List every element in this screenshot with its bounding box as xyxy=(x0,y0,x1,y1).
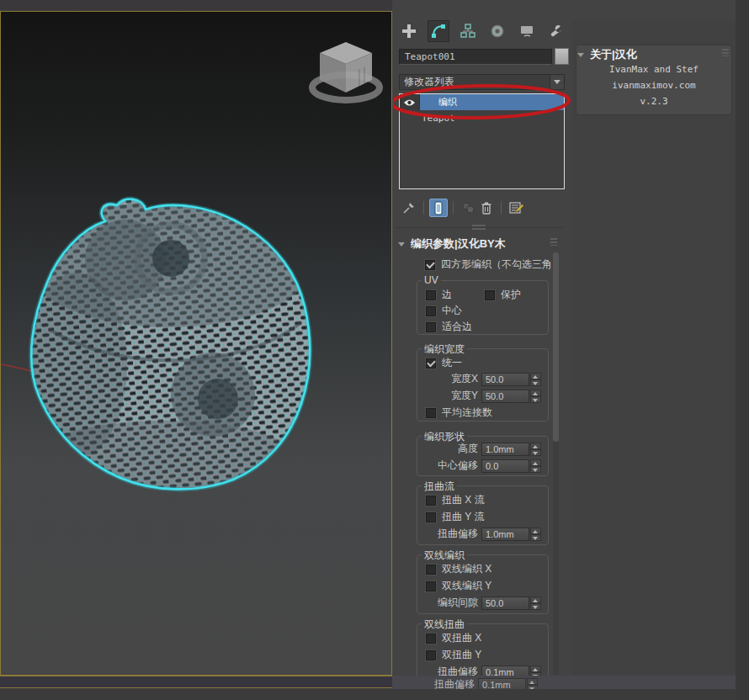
viewport-bottom-band xyxy=(0,676,392,688)
double-twist-y-checkbox-row[interactable]: 双扭曲 Y xyxy=(426,648,481,662)
double-weave-y-checkbox-row[interactable]: 双线编织 Y xyxy=(426,579,491,593)
spinner-value[interactable]: 50.0 xyxy=(481,597,529,610)
hierarchy-tab[interactable] xyxy=(457,20,479,42)
double-weave-x-checkbox-row[interactable]: 双线编织 X xyxy=(426,562,491,576)
spinner-value[interactable]: 50.0 xyxy=(481,373,529,386)
fit-edge-checkbox-row[interactable]: 适合边 xyxy=(426,320,472,334)
spinner-value[interactable]: 0.0 xyxy=(481,459,529,473)
pin-stack-button[interactable] xyxy=(400,199,418,217)
about-version: v.2.3 xyxy=(576,96,732,107)
checkbox-label: 双线编织 X xyxy=(442,562,491,576)
checkbox[interactable] xyxy=(426,408,436,418)
spinner-label: 宽度Y xyxy=(451,389,478,403)
rollout-collapse-icon xyxy=(398,242,405,247)
checkbox[interactable] xyxy=(426,322,436,332)
show-end-result-button[interactable] xyxy=(429,199,448,217)
width-x-spinner: 宽度X 50.0 xyxy=(451,372,541,386)
height-spinner: 高度 1.0mm xyxy=(458,442,541,456)
checkbox[interactable] xyxy=(426,650,436,660)
twist-flow-group: 扭曲流 扭曲 X 流 扭曲 Y 流 扭曲偏移 1.0mm xyxy=(417,485,549,545)
stack-row-teapot[interactable]: Teapot xyxy=(400,110,564,126)
panel-scrollbar[interactable] xyxy=(553,252,559,676)
checkbox[interactable] xyxy=(426,581,436,591)
about-rollout-header[interactable]: 关于|汉化 xyxy=(577,47,637,62)
spinner-arrows[interactable] xyxy=(530,443,541,456)
width-y-spinner: 宽度Y 50.0 xyxy=(451,389,541,403)
object-name-input[interactable]: Teapot001 xyxy=(399,49,552,65)
about-title: 关于|汉化 xyxy=(590,47,637,62)
protect-checkbox-row[interactable]: 保护 xyxy=(485,288,521,302)
spinner-value[interactable]: 1.0mm xyxy=(481,443,529,456)
spinner-label: 宽度X xyxy=(451,372,478,386)
create-tab[interactable] xyxy=(398,20,420,42)
about-panel-column: 关于|汉化 IvanMax and Stef ivanmaximov.com v… xyxy=(572,20,736,676)
modifier-list-dropdown[interactable]: 修改器列表 xyxy=(399,74,565,90)
spinner-arrows[interactable] xyxy=(530,390,541,403)
spinner-arrows[interactable] xyxy=(527,678,538,690)
rollout-title: 编织参数|汉化BY木 xyxy=(411,236,506,252)
modify-panel-column: Teapot001 修改器列表 编织 Teapot xyxy=(393,0,572,676)
spinner-arrows[interactable] xyxy=(530,373,541,386)
twist-x-checkbox-row[interactable]: 扭曲 X 流 xyxy=(426,493,485,507)
spinner-label: 扭曲偏移 xyxy=(434,677,475,689)
checkbox[interactable] xyxy=(485,290,495,300)
checkbox[interactable] xyxy=(425,260,435,270)
configure-modifier-sets-button[interactable] xyxy=(507,199,525,217)
twist-y-checkbox-row[interactable]: 扭曲 Y 流 xyxy=(426,510,484,524)
utilities-tab[interactable] xyxy=(545,20,567,42)
avg-connections-checkbox-row[interactable]: 平均连接数 xyxy=(426,406,492,420)
about-website: ivanmaximov.com xyxy=(576,80,732,91)
spinner-value[interactable]: 1.0mm xyxy=(481,528,529,541)
stack-row-weave[interactable]: 编织 xyxy=(400,94,564,110)
group-title: UV xyxy=(422,274,441,286)
spinner-arrows[interactable] xyxy=(530,459,541,473)
double-weave-group: 双线编织 双线编织 X 双线编织 Y 编织间隙 50.0 xyxy=(417,554,549,614)
motion-tab[interactable] xyxy=(486,20,508,42)
double-twist-offset-spinner: 扭曲偏移 0.1mm xyxy=(438,665,541,676)
show-end-result-icon xyxy=(433,201,444,215)
edge-checkbox-row[interactable]: 边 xyxy=(426,288,452,302)
spinner-arrows[interactable] xyxy=(530,666,541,676)
modifier-stack-list[interactable]: 编织 Teapot xyxy=(399,93,565,189)
checkbox[interactable] xyxy=(426,512,436,522)
checkbox[interactable] xyxy=(426,290,436,300)
checkbox-label: 边 xyxy=(442,288,452,302)
weave-params-rollout-header[interactable]: 编织参数|汉化BY木 xyxy=(398,236,506,252)
modify-tab[interactable] xyxy=(428,20,449,42)
quad-weave-checkbox-row[interactable]: 四方形编织（不勾选三角 xyxy=(425,257,552,272)
command-panel-tabs xyxy=(398,20,567,42)
checkbox[interactable] xyxy=(426,306,436,316)
utilities-icon xyxy=(549,24,564,39)
checkbox[interactable] xyxy=(426,358,436,369)
weave-width-group: 编织宽度 统一 宽度X 50.0 宽度Y 50.0 平均连接数 xyxy=(417,348,549,422)
viewcube[interactable] xyxy=(312,42,380,100)
viewport-3d[interactable] xyxy=(0,11,392,676)
display-tab[interactable] xyxy=(516,20,538,42)
checkbox-label: 扭曲 X 流 xyxy=(442,493,485,507)
spinner-arrows[interactable] xyxy=(530,597,541,610)
checkbox[interactable] xyxy=(426,496,436,506)
make-unique-button[interactable] xyxy=(459,199,477,217)
spinner-value[interactable]: 0.1mm xyxy=(478,678,526,690)
spinner-label: 高度 xyxy=(458,442,478,456)
visibility-toggle[interactable] xyxy=(400,94,420,110)
spinner-arrows[interactable] xyxy=(530,528,541,541)
create-icon xyxy=(401,24,417,39)
double-twist-x-checkbox-row[interactable]: 双扭曲 X xyxy=(426,631,481,645)
remove-modifier-button[interactable] xyxy=(477,199,496,217)
spinner-value[interactable]: 0.1mm xyxy=(481,666,529,676)
group-title: 编织宽度 xyxy=(422,342,467,357)
checkbox-label: 双扭曲 X xyxy=(442,631,481,645)
scrollbar-thumb[interactable] xyxy=(553,252,559,442)
checkbox[interactable] xyxy=(426,634,436,644)
center-checkbox-row[interactable]: 中心 xyxy=(426,304,462,318)
panel-grip[interactable] xyxy=(472,225,486,230)
dropdown-arrow-button[interactable] xyxy=(550,75,564,89)
eye-icon xyxy=(403,98,416,107)
object-color-swatch[interactable] xyxy=(555,48,569,65)
teapot-object[interactable] xyxy=(26,199,312,491)
uniform-checkbox-row[interactable]: 统一 xyxy=(426,356,462,370)
spinner-value[interactable]: 50.0 xyxy=(481,390,529,403)
checkbox[interactable] xyxy=(426,565,436,575)
rollout-grip-icon xyxy=(722,49,729,56)
